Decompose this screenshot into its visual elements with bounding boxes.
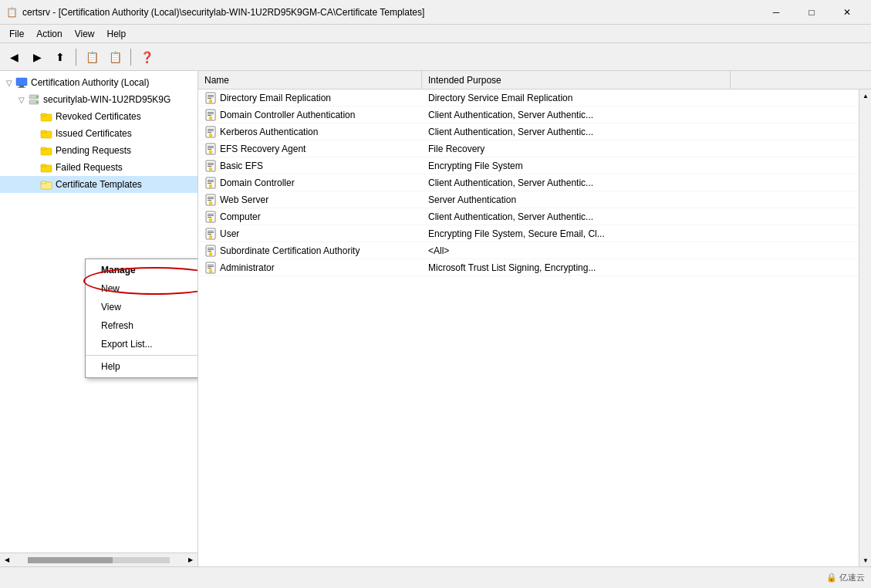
svg-point-6 bbox=[36, 102, 38, 103]
cert-icon-0 bbox=[204, 92, 217, 104]
svg-rect-53 bbox=[208, 214, 214, 215]
svg-point-5 bbox=[36, 96, 38, 98]
tree-root[interactable]: ▽ Certification Authority (Local) bbox=[0, 74, 197, 91]
export-button[interactable]: 📋 bbox=[104, 47, 126, 67]
vscroll-up[interactable]: ▲ bbox=[859, 90, 871, 102]
expand-server[interactable]: ▽ bbox=[15, 93, 28, 106]
cert-icon-7 bbox=[204, 211, 217, 223]
list-item[interactable]: User Encrypting File System, Secure Emai… bbox=[198, 225, 859, 242]
main-content: ▽ Certification Authority (Local) ▽ bbox=[0, 71, 871, 566]
cell-name-7: Computer bbox=[198, 211, 422, 223]
list-item[interactable]: Basic EFS Encrypting File System bbox=[198, 157, 859, 174]
tree-failed-label: Failed Requests bbox=[56, 162, 123, 173]
col-header-purpose[interactable]: Intended Purpose bbox=[422, 71, 731, 89]
svg-point-31 bbox=[209, 133, 212, 137]
svg-point-66 bbox=[209, 252, 212, 255]
tree-pending-label: Pending Requests bbox=[56, 145, 131, 156]
scroll-left-arrow[interactable]: ◀ bbox=[0, 553, 14, 567]
list-item[interactable]: EFS Recovery Agent File Recovery bbox=[198, 140, 859, 157]
ctx-manage[interactable]: Manage bbox=[86, 261, 198, 279]
list-item[interactable]: Computer Client Authentication, Server A… bbox=[198, 208, 859, 225]
svg-rect-39 bbox=[208, 164, 214, 165]
tree: ▽ Certification Authority (Local) ▽ bbox=[0, 71, 197, 196]
vscroll-track bbox=[859, 102, 871, 554]
list-body: Directory Email Replication Directory Se… bbox=[198, 90, 859, 566]
cell-purpose-9: <All> bbox=[422, 245, 731, 256]
cert-icon-5 bbox=[204, 177, 217, 189]
list-item[interactable]: Administrator Microsoft Trust List Signi… bbox=[198, 259, 859, 276]
cell-purpose-3: File Recovery bbox=[422, 144, 731, 154]
cell-name-5: Domain Controller bbox=[198, 177, 422, 189]
vscroll-down[interactable]: ▼ bbox=[859, 554, 871, 566]
left-scrollbar[interactable]: ◀ ▶ bbox=[0, 553, 197, 566]
title-bar-buttons: ─ □ ✕ bbox=[758, 0, 865, 25]
scroll-right-arrow[interactable]: ▶ bbox=[184, 553, 197, 567]
cell-purpose-10: Microsoft Trust List Signing, Encrypting… bbox=[422, 262, 731, 273]
tree-revoked[interactable]: Revoked Certificates bbox=[0, 108, 197, 125]
cell-purpose-4: Encrypting File System bbox=[422, 161, 731, 171]
menu-file[interactable]: File bbox=[3, 27, 30, 41]
close-button[interactable]: ✕ bbox=[829, 0, 865, 25]
expand-root[interactable]: ▽ bbox=[3, 76, 15, 89]
tree-revoked-label: Revoked Certificates bbox=[56, 111, 141, 122]
svg-rect-59 bbox=[208, 232, 214, 233]
list-item[interactable]: Domain Controller Client Authentication,… bbox=[198, 174, 859, 191]
svg-point-36 bbox=[209, 150, 212, 154]
tree-pending[interactable]: Pending Requests bbox=[0, 142, 197, 159]
cert-icon-8 bbox=[204, 228, 217, 240]
minimize-button[interactable]: ─ bbox=[758, 0, 794, 25]
back-button[interactable]: ◀ bbox=[3, 47, 25, 67]
svg-rect-20 bbox=[208, 98, 211, 99]
svg-point-56 bbox=[209, 218, 212, 221]
svg-rect-54 bbox=[208, 215, 214, 216]
help-button[interactable]: ❓ bbox=[136, 47, 157, 67]
svg-rect-63 bbox=[208, 248, 214, 248]
tree-issued[interactable]: Issued Certificates bbox=[0, 125, 197, 142]
svg-rect-65 bbox=[208, 251, 211, 252]
menu-view[interactable]: View bbox=[69, 27, 101, 41]
cell-name-4: Basic EFS bbox=[198, 160, 422, 172]
svg-rect-1 bbox=[19, 86, 24, 87]
svg-rect-24 bbox=[208, 113, 214, 114]
cell-name-2: Kerberos Authentication bbox=[198, 126, 422, 138]
toolbar-separator-2 bbox=[130, 49, 131, 66]
menu-action[interactable]: Action bbox=[30, 27, 68, 41]
ctx-export[interactable]: Export List... bbox=[86, 335, 198, 353]
svg-point-21 bbox=[209, 100, 212, 103]
forward-button[interactable]: ▶ bbox=[26, 47, 48, 67]
show-hide-button[interactable]: 📋 bbox=[81, 47, 103, 67]
list-item[interactable]: Domain Controller Authentication Client … bbox=[198, 106, 859, 123]
ctx-refresh[interactable]: Refresh bbox=[86, 316, 198, 335]
tree-server[interactable]: ▽ securitylab-WIN-1U2RD95K9G bbox=[0, 91, 197, 108]
menu-help[interactable]: Help bbox=[101, 27, 133, 41]
col-header-name[interactable]: Name bbox=[198, 71, 422, 89]
svg-rect-18 bbox=[208, 95, 214, 96]
ctx-new[interactable]: New ▶ bbox=[86, 279, 198, 298]
right-scrollbar[interactable]: ▲ ▼ bbox=[859, 90, 871, 566]
svg-rect-38 bbox=[208, 163, 214, 164]
svg-rect-55 bbox=[208, 217, 211, 218]
ctx-view[interactable]: View ▶ bbox=[86, 298, 198, 316]
svg-rect-60 bbox=[208, 234, 211, 235]
list-item[interactable]: Directory Email Replication Directory Se… bbox=[198, 90, 859, 106]
server-icon bbox=[28, 93, 40, 106]
right-panel-inner: Directory Email Replication Directory Se… bbox=[198, 90, 871, 566]
svg-rect-44 bbox=[208, 181, 214, 182]
list-item[interactable]: Subordinate Certification Authority <All… bbox=[198, 242, 859, 259]
svg-point-61 bbox=[209, 235, 212, 238]
up-button[interactable]: ⬆ bbox=[49, 47, 71, 67]
scroll-thumb bbox=[28, 557, 113, 563]
maximize-button[interactable]: □ bbox=[794, 0, 829, 25]
tree-cert-templates[interactable]: Certificate Templates bbox=[0, 176, 197, 193]
list-item[interactable]: Web Server Server Authentication bbox=[198, 191, 859, 208]
tree-failed[interactable]: Failed Requests bbox=[0, 159, 197, 176]
title-bar: 📋 certsrv - [Certification Authority (Lo… bbox=[0, 0, 871, 25]
ctx-help[interactable]: Help bbox=[86, 357, 198, 376]
list-item[interactable]: Kerberos Authentication Client Authentic… bbox=[198, 123, 859, 140]
cell-name-1: Domain Controller Authentication bbox=[198, 109, 422, 121]
window-title: certsrv - [Certification Authority (Loca… bbox=[22, 7, 424, 18]
svg-point-51 bbox=[209, 201, 212, 204]
svg-rect-35 bbox=[208, 149, 211, 150]
title-bar-left: 📋 certsrv - [Certification Authority (Lo… bbox=[6, 7, 424, 18]
svg-rect-28 bbox=[208, 129, 214, 130]
